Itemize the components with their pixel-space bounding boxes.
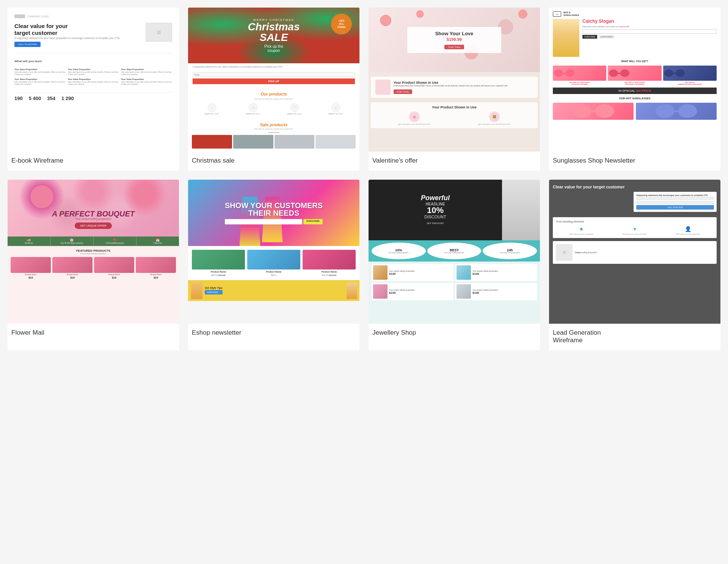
sunglasses-col-1-img [553, 66, 606, 81]
eshop-subscribe-btn[interactable]: SUBSCRIBE [303, 219, 323, 224]
leadgen-preview: Clear value for your target customer You… [549, 180, 720, 324]
ebook-logo-box [14, 14, 25, 18]
svg-point-9 [573, 104, 592, 118]
jewellery-feature-3-price: $100 [389, 291, 415, 295]
flower-main-sub: Your unique selling proposition [52, 218, 135, 220]
christmas-label: Christmas sale [188, 152, 359, 171]
card-ebook[interactable]: COMPANY LOGO Clear value for yourtarget … [8, 8, 179, 171]
christmas-sale-divider [268, 132, 279, 133]
leadgen-trust-3: 👤 What makes your offer trustworthy? [662, 226, 714, 235]
christmas-products-section: Our products How will our products chang… [188, 87, 359, 119]
jewellery-feature-4-text: Your unique selling proposition [472, 289, 498, 291]
eshop-preview: SHOW YOUR CUSTOMERSTHEIR NEEDS SUBSCRIBE [188, 180, 359, 324]
flower-product-3-img [94, 257, 134, 273]
jewellery-top: Powerful HEADLINE 10% DISCOUNT GET DISCO… [369, 180, 540, 240]
ebook-label: E-book Wireframe [8, 152, 179, 171]
card-eshop[interactable]: SHOW YOUR CUSTOMERSTHEIR NEEDS SUBSCRIBE [188, 180, 359, 350]
eshop-get-style-tips: Get Style Tips [205, 287, 223, 290]
flower-featured-section: FEATURED PRODUCTS Your unique selling pr… [8, 246, 179, 280]
christmas-desc: A supporting statement for your Value Pr… [193, 66, 355, 69]
flower-delivery-3: 🌺 1 000 available products [94, 237, 136, 246]
jewellery-feature-product-2: Your unique selling proposition $100 [455, 264, 537, 281]
valentine-preview: Show Your Love $199.99 Order Today Your … [369, 8, 540, 152]
valentine-sub-product-1-icon: 🌸 [409, 111, 420, 122]
ebook-preview: COMPANY LOGO Clear value for yourtarget … [8, 8, 179, 152]
valentine-product-1-img [375, 80, 391, 95]
card-jewellery[interactable]: Powerful HEADLINE 10% DISCOUNT GET DISCO… [369, 180, 540, 350]
flower-delivery-2-icon: 🌸 [51, 238, 92, 242]
leadgen-trust-1-icon: ★ [579, 226, 584, 232]
leadgen-trust-2-label: What makes your offer trustworthy? [623, 233, 646, 235]
jewellery-highlights: 10% Your unique selling proposition BEST… [369, 240, 540, 262]
card-sunglasses[interactable]: 👓 BFR &SUNGLASSES Catchy Slogan Subscrib… [549, 8, 720, 171]
valentine-sub-product-1: 🌸 Add a description of your offer and ke… [375, 111, 453, 125]
jewellery-get-discount-btn[interactable]: GET DISCOUNT [423, 221, 447, 226]
eshop-hero: SHOW YOUR CUSTOMERSTHEIR NEEDS SUBSCRIBE [188, 180, 359, 246]
christmas-thumb-2 [233, 135, 273, 149]
sunglasses-what-label: WHAT WILL YOU GET? [553, 60, 717, 63]
svg-point-12 [656, 104, 675, 118]
leadgen-cta-btn[interactable]: CALL TO ACTION [636, 205, 714, 210]
flower-product-2-img [52, 257, 93, 273]
jewellery-feature-product-1: Your unique selling proposition $100 [372, 264, 453, 281]
valentine-product-1-desc: A few words about your Product/Offer. Fo… [394, 85, 508, 87]
christmas-product-2-label: BENEFIT NO. 2 ETC [246, 113, 260, 115]
flower-product-4-price: $19 [154, 276, 158, 279]
card-flower[interactable]: A PERFECT BOUQUET Your unique selling pr… [8, 180, 179, 350]
sunglasses-learn-btn[interactable]: LEARN MORE [598, 35, 615, 39]
leadgen-field-1[interactable] [636, 197, 714, 200]
flower-product-1: Bouquet Name $19 [11, 257, 51, 279]
flower-product-1-name: Bouquet Name [25, 274, 36, 276]
svg-point-8 [676, 69, 685, 77]
flower-featured-title: FEATURED PRODUCTS [11, 249, 176, 252]
sunglasses-subscribe-btn[interactable]: SUBSCRIBE [582, 35, 597, 39]
christmas-product-1-label: BENEFIT NO. 1 ETC [205, 113, 219, 115]
flower-cta-btn[interactable]: GET UNIQUE OFFER [75, 222, 111, 229]
christmas-product-3-label: BENEFIT NO. 3 ETC [287, 113, 302, 115]
eshop-product-1: Product Name $80.00 $120.00 [192, 250, 245, 276]
christmas-thumb-3 [275, 135, 315, 149]
christmas-product-3: ♡ BENEFIT NO. 3 ETC [275, 103, 314, 115]
ebook-benefit-5-title: Your Value Proposition [68, 78, 119, 80]
christmas-email-input[interactable] [193, 72, 355, 77]
jewellery-highlight-3-sub: Your unique selling proposition [500, 252, 519, 254]
card-valentine[interactable]: Show Your Love $199.99 Order Today Your … [369, 8, 540, 171]
leadgen-bullet-3-text: Your value proposition [555, 198, 572, 200]
ebook-benefit-1-title: Your Value Proposition [14, 68, 66, 70]
christmas-products-title: Our products [192, 92, 356, 96]
flower-product-4: Bouquet Name $19 [136, 257, 176, 279]
leadgen-hero: Clear value for your target customer You… [553, 184, 717, 214]
christmas-product-4-label: BENEFIT NO. 4 ETC [329, 113, 343, 115]
leadgen-trust-2: ♥ What makes your offer trustworthy? [609, 226, 661, 235]
flower-product-3-price: $19 [112, 276, 116, 279]
valentine-order-btn[interactable]: Order Today [444, 45, 464, 49]
leadgen-bullet-1: Your value proposition [553, 192, 631, 194]
eshop-search-field[interactable] [225, 219, 302, 224]
sunglasses-col-3: ONE YEAR OFSUMMER EDITION SUNGLASSES [663, 66, 717, 85]
sunglasses-label: Sunglasses Shop Newsletter [549, 152, 720, 171]
ebook-benefit-1: Your Value Proposition Add a description… [14, 68, 66, 76]
valentine-product-1-btn[interactable]: Order Today [394, 89, 412, 94]
eshop-product-2-price: $65.0 [271, 274, 276, 276]
sunglasses-email-input[interactable] [582, 29, 717, 34]
christmas-product-4-icon: ☆ [331, 103, 340, 112]
christmas-thumb-4 [315, 135, 356, 149]
flower-products-grid: Bouquet Name $19 Bouquet Name $19 Bouque… [11, 257, 176, 279]
ebook-benefit-6: Your Value Proposition Add a description… [121, 78, 172, 86]
eshop-product-2: Product Name $65.0 [247, 250, 300, 276]
ebook-cta-button[interactable]: CALL TO ACTION [14, 42, 41, 47]
ebook-benefit-2-title: Your Value Proposition [68, 68, 119, 70]
jewellery-feature-product-3: Your unique selling proposition $100 [372, 283, 453, 300]
eshop-banner-subscribe-btn[interactable]: SUBSCRIBE [205, 290, 223, 295]
card-leadgen[interactable]: Clear value for your target customer You… [549, 180, 720, 350]
flower-title-overlay: A PERFECT BOUQUET Your unique selling pr… [52, 210, 135, 229]
card-christmas[interactable]: -10%ALLITEMS MERRY CHRISTMAS ChristmasSA… [188, 8, 359, 171]
leadgen-field-2[interactable] [636, 201, 714, 204]
ebook-stats: 190 5 400 354 1 290 [14, 92, 172, 101]
valentine-second-products: 🌸 Add a description of your offer and ke… [375, 111, 533, 125]
christmas-pickup-btn[interactable]: PICK UP [193, 78, 355, 84]
christmas-product-1: ♡ BENEFIT NO. 1 ETC [192, 103, 232, 115]
sunglasses-col-3-label: ONE YEAR OFSUMMER EDITION SUNGLASSES [678, 81, 702, 85]
flower-featured-sub: Your unique selling proposition [11, 252, 176, 255]
christmas-products-sub: How will our products change your christ… [192, 98, 356, 100]
